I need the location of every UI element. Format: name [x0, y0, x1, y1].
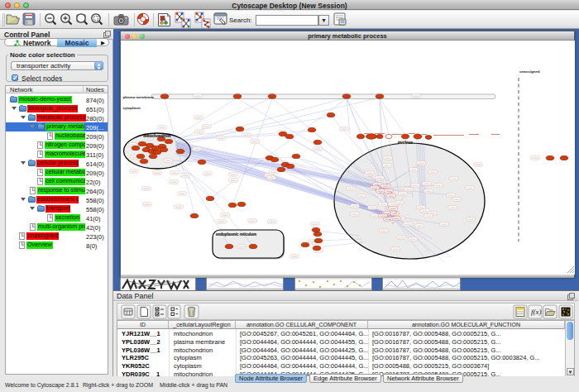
svg-text:unassigned: unassigned	[519, 69, 540, 74]
svg-text:f(x): f(x)	[531, 308, 542, 316]
svg-text:mitochondrion: mitochondrion	[143, 134, 171, 138]
svg-text:plasma membrane: plasma membrane	[123, 95, 155, 99]
svg-text:endoplasmic reticulum: endoplasmic reticulum	[216, 232, 256, 237]
svg-text:cytoplasm: cytoplasm	[123, 106, 141, 110]
svg-text:nucleus: nucleus	[398, 141, 413, 145]
